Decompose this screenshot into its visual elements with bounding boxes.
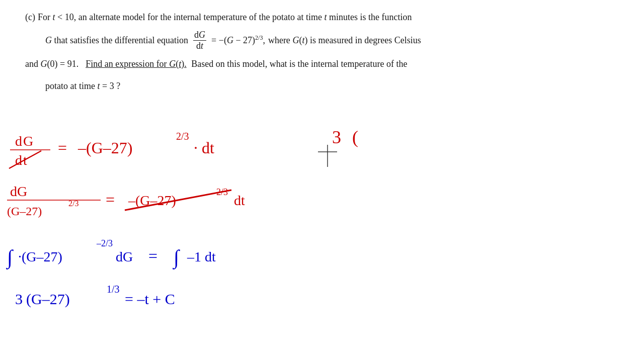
hw-rhs-step2: –(G–27) [128,193,176,208]
hw-integral-left: ∫ [6,246,14,269]
hw-dt-step2: dt [234,193,245,208]
page: (c) For t < 10, an alternate model for t… [0,0,644,362]
hw-rhs-step3: –1 dt [187,249,216,264]
hw-neg-sign-1: –(G–27) [77,139,132,157]
hw-denom-exp: 2/3 [68,199,78,208]
hw-exponent-23-1: 2/3 [176,131,189,142]
hw-G-numerator: G [23,133,33,149]
line2-post: where G(t) is measured in degrees Celsiu… [268,33,421,48]
hw-integral-right: ∫ [172,246,181,269]
dg-dt-fraction: dG dt [193,30,206,52]
printed-text-section: (c) For t < 10, an alternate model for t… [25,10,619,94]
hw-equals-3: = [148,247,157,265]
hw-equals-2: = [106,191,115,209]
hw-integrand-left: ·(G–27) [18,249,62,264]
fraction-numerator: dG [193,30,206,41]
equals-sign: = −(G − 27)2/3, [211,33,265,48]
hw-result-rhs: = –t + C [125,291,175,307]
line3-post: Based on this model, what is the interna… [189,57,408,71]
hw-dG-step3: dG [116,249,133,264]
line1-text: For t < 10, an alternate model for the i… [38,10,412,25]
hw-result-exp: 1/3 [107,284,120,295]
hw-side-3: 3 [332,127,341,147]
find-expression-text: Find an expression for G(t). [86,57,187,71]
line2-pre: G that satisfies the differential equati… [45,33,188,48]
line4-text: potato at time t = 3 ? [45,81,120,91]
hw-dot-dt: · dt [194,139,214,157]
fraction-denominator: dt [195,41,204,52]
hw-denom-step2: (G–27) [7,205,42,218]
hw-side-paren: ( [352,127,358,147]
handwritten-svg: d G d t = –(G–27) 2/3 · dt dG [0,116,644,362]
line3-pre: and G(0) = 91. [25,57,83,71]
hw-d-denom: d [15,152,22,168]
hw-dG-step2-num: dG [10,184,27,199]
handwritten-math-area: d G d t = –(G–27) 2/3 · dt dG [0,116,644,362]
hw-equals-1: = [58,139,67,157]
hw-d-left: d [15,133,22,149]
hw-result-3: 3 [15,291,23,307]
part-c-label: (c) [25,10,35,25]
line3: and G(0) = 91. Find an expression for G(… [25,57,619,71]
line1: (c) For t < 10, an alternate model for t… [25,10,619,25]
line4: potato at time t = 3 ? [45,79,619,94]
line2: G that satisfies the differential equati… [45,30,619,52]
hw-neg-exp: –2/3 [96,238,113,248]
hw-result-paren-open: (G–27) [26,291,70,308]
